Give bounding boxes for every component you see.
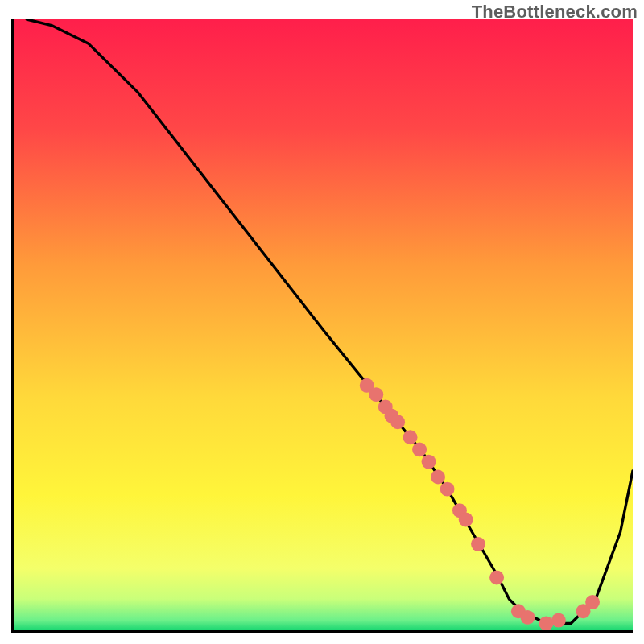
curve-marker [412, 442, 427, 456]
curve-marker [471, 537, 485, 551]
curve-marker [440, 482, 455, 497]
curve-marker [403, 430, 418, 444]
chart-svg [14, 19, 633, 630]
curve-marker [489, 571, 504, 585]
curve-marker [422, 455, 436, 469]
curve-marker [459, 513, 473, 527]
curve-marker [551, 613, 566, 628]
curve-marker [390, 415, 405, 429]
curve-marker [431, 470, 445, 485]
curve-marker [585, 595, 600, 609]
gradient-background [14, 19, 633, 630]
watermark-text: TheBottleneck.com [472, 2, 638, 23]
chart-frame: TheBottleneck.com [0, 0, 644, 644]
plot-area [11, 19, 633, 633]
curve-marker [521, 610, 535, 625]
curve-marker [369, 387, 383, 402]
